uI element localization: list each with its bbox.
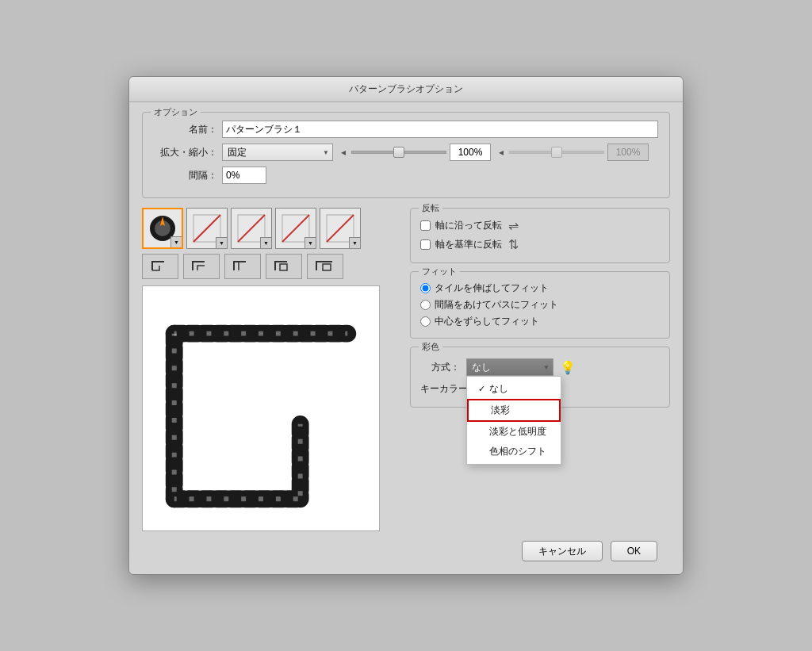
dropdown-item-tansai-low-label: 淡彩と低明度 [489, 425, 546, 438]
tiles-row: ▼ ▼ [142, 208, 388, 249]
flip-btn-4[interactable] [266, 254, 302, 279]
flip-x-checkbox[interactable] [420, 220, 431, 231]
dropdown-item-tansai-low[interactable]: ✓ 淡彩と低明度 [467, 422, 561, 442]
svg-rect-13 [323, 264, 331, 270]
dialog-title: パターンブラシオプション [349, 83, 463, 94]
flip-y-label: 軸を基準に反転 [435, 238, 502, 251]
scale-label: 拡大・縮小： [154, 146, 217, 159]
bulb-icon: 💡 [560, 360, 576, 375]
dialog: パターンブラシオプション オプション 名前： 拡大・縮小： 固定 パスに合わせる [128, 76, 684, 575]
name-row: 名前： [154, 121, 658, 138]
tile-2-dropdown[interactable]: ▼ [216, 237, 227, 248]
fit-label-2: 間隔をあけてパスにフィット [435, 298, 558, 312]
flip-x-row: 軸に沿って反転 ⇌ [420, 218, 660, 233]
scale-slider1[interactable] [351, 151, 446, 154]
ok-button[interactable]: OK [611, 541, 657, 561]
preview-canvas [142, 285, 380, 531]
checkmark-icon: ✓ [478, 384, 485, 394]
keycolor-label: キーカラー [420, 382, 468, 396]
flip-btn-5[interactable] [307, 254, 343, 279]
scale-percent1[interactable] [450, 144, 491, 161]
flip-btn-3[interactable] [224, 254, 261, 279]
flip-buttons-row [142, 254, 388, 279]
spacing-input[interactable] [222, 167, 266, 184]
fit-option-1-row: タイルを伸ばしてフィット [420, 281, 660, 295]
method-dropdown-menu: ✓ なし ✓ 淡彩 ✓ 淡彩と低明度 [466, 376, 561, 465]
fit-label-3: 中心をずらしてフィット [435, 315, 539, 328]
tile-3-dropdown[interactable]: ▼ [260, 237, 271, 248]
dropdown-item-nashi[interactable]: ✓ なし [467, 379, 561, 399]
bottom-row: キャンセル OK [142, 541, 670, 561]
tile-5[interactable]: ▼ [320, 208, 361, 249]
tile-4-dropdown[interactable]: ▼ [304, 237, 316, 248]
svg-rect-12 [280, 264, 287, 270]
dropdown-item-nashi-label: なし [489, 382, 508, 396]
scale-row: 拡大・縮小： 固定 パスに合わせる ◂ ◂ [154, 144, 658, 161]
fit-option-2-row: 間隔をあけてパスにフィット [420, 298, 660, 312]
slider2-wrap: ◂ [499, 144, 649, 161]
tile-2[interactable]: ▼ [186, 208, 228, 249]
fit-radio-1[interactable] [420, 283, 431, 293]
flip-section: 反転 軸に沿って反転 ⇌ 軸を基準に反転 ⇅ [410, 208, 670, 263]
dropdown-item-hue-shift-label: 色相のシフト [489, 445, 546, 458]
dropdown-item-tansai[interactable]: ✓ 淡彩 [467, 399, 561, 422]
arrow-right-icon: ◂ [499, 147, 504, 158]
scale-slider2 [509, 151, 604, 154]
right-panel: 反転 軸に沿って反転 ⇌ 軸を基準に反転 ⇅ フィット [410, 208, 670, 531]
fit-radio-3[interactable] [420, 316, 431, 327]
fit-section: フィット タイルを伸ばしてフィット 間隔をあけてパスにフィット 中心をずらしてフ… [410, 271, 670, 339]
scale-dropdown[interactable]: 固定 パスに合わせる [222, 144, 333, 161]
colorize-section-label: 彩色 [419, 341, 442, 353]
flip-y-row: 軸を基準に反転 ⇅ [420, 237, 660, 252]
flip-btn-1[interactable] [142, 254, 178, 279]
fit-label-1: タイルを伸ばしてフィット [435, 281, 549, 295]
spacing-label: 間隔： [154, 169, 217, 182]
fit-option-3-row: 中心をずらしてフィット [420, 315, 660, 328]
flip-x-label: 軸に沿って反転 [435, 219, 502, 232]
flip-section-label: 反転 [419, 202, 442, 214]
title-bar: パターンブラシオプション [129, 77, 683, 102]
dropdown-item-tansai-label: 淡彩 [491, 404, 510, 417]
flip-x-icon: ⇌ [508, 218, 519, 233]
spacing-row: 間隔： [154, 167, 658, 184]
fit-section-label: フィット [419, 266, 460, 278]
slider1-wrap: ◂ [341, 144, 491, 161]
scale-percent2 [607, 144, 649, 161]
method-label: 方式： [420, 361, 460, 374]
name-input[interactable] [222, 121, 658, 138]
left-panel: ▼ ▼ [142, 208, 388, 531]
flip-y-checkbox[interactable] [420, 239, 431, 250]
options-section: オプション 名前： 拡大・縮小： 固定 パスに合わせる ◂ [142, 112, 670, 198]
tile-1[interactable]: ▼ [142, 208, 183, 249]
colorize-section: 彩色 方式： なし 淡彩 淡彩と低明度 色相のシフト 💡 [410, 347, 670, 408]
fit-radio-2[interactable] [420, 300, 431, 310]
tile-5-dropdown[interactable]: ▼ [349, 237, 360, 248]
flip-btn-2[interactable] [183, 254, 220, 279]
method-dropdown-wrap: なし 淡彩 淡彩と低明度 色相のシフト [466, 358, 553, 376]
options-section-label: オプション [151, 106, 201, 118]
tile-3[interactable]: ▼ [231, 208, 272, 249]
tile-4[interactable]: ▼ [275, 208, 316, 249]
cancel-button[interactable]: キャンセル [522, 541, 603, 561]
tile-1-dropdown[interactable]: ▼ [170, 236, 182, 247]
flip-y-icon: ⇅ [508, 237, 519, 252]
name-label: 名前： [154, 123, 217, 136]
dropdown-item-hue-shift[interactable]: ✓ 色相のシフト [467, 442, 561, 461]
method-row: 方式： なし 淡彩 淡彩と低明度 色相のシフト 💡 [420, 358, 660, 376]
arrow-left-icon: ◂ [341, 147, 346, 158]
scale-dropdown-wrap: 固定 パスに合わせる [222, 144, 333, 161]
method-select[interactable]: なし 淡彩 淡彩と低明度 色相のシフト [466, 358, 553, 376]
